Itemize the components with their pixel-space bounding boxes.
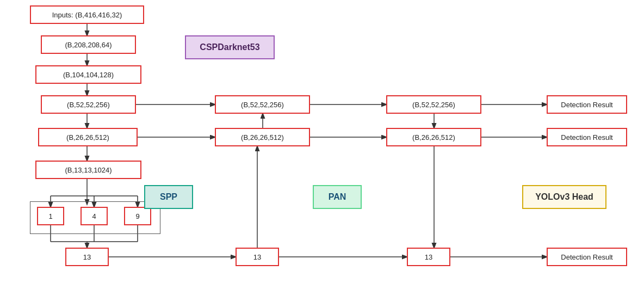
n5-node: (B,13,13,1024) bbox=[35, 161, 141, 179]
head-13-node: 13 bbox=[407, 248, 450, 266]
result-52-node: Detection Result bbox=[547, 95, 627, 114]
pan-label: PAN bbox=[313, 185, 362, 209]
pan-52-node: (B,52,52,256) bbox=[215, 95, 310, 114]
result-26-node: Detection Result bbox=[547, 128, 627, 146]
result-13-node: Detection Result bbox=[547, 248, 627, 266]
head-26-node: (B,26,26,512) bbox=[386, 128, 481, 146]
n4-node: (B,26,26,512) bbox=[38, 128, 138, 146]
spp-container bbox=[30, 201, 160, 234]
yolo-label: YOLOv3 Head bbox=[522, 185, 606, 209]
spp-out-node: 13 bbox=[65, 248, 109, 266]
n3-node: (B,52,52,256) bbox=[41, 95, 136, 114]
csp-label: CSPDarknet53 bbox=[185, 35, 275, 59]
diagram: Inputs: (B,416,416,32) (B,208,208,64) (B… bbox=[0, 0, 644, 283]
head-52-node: (B,52,52,256) bbox=[386, 95, 481, 114]
input-node: Inputs: (B,416,416,32) bbox=[30, 5, 144, 24]
n1-node: (B,208,208,64) bbox=[41, 35, 136, 54]
pan-13-node: 13 bbox=[236, 248, 279, 266]
spp-label: SPP bbox=[144, 185, 193, 209]
n2-node: (B,104,104,128) bbox=[35, 65, 141, 84]
pan-26-node: (B,26,26,512) bbox=[215, 128, 310, 146]
